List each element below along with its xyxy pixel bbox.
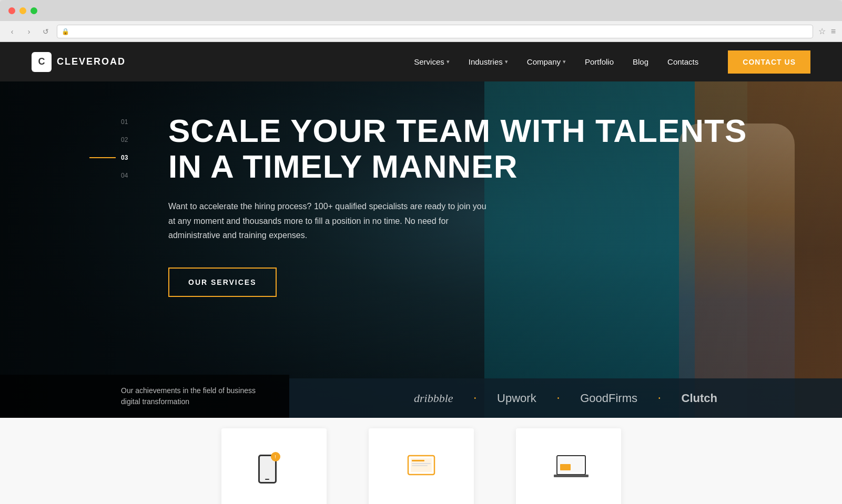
achievements-section: Our achievements in the field of busines… — [0, 375, 289, 418]
nav-links: Services ▾ Industries ▾ Company ▾ Portfo… — [414, 50, 810, 74]
nav-services[interactable]: Services ▾ — [414, 57, 450, 66]
service-icon-3 — [553, 455, 584, 486]
slide-4[interactable]: 04 — [121, 172, 147, 179]
svg-rect-4 — [412, 465, 428, 466]
logo-icon: C — [32, 52, 52, 72]
browser-menu-icon[interactable]: ≡ — [831, 27, 836, 36]
our-services-button[interactable]: OUR SERVICES — [168, 268, 277, 297]
laptop-icon — [553, 455, 590, 484]
svg-rect-3 — [412, 463, 431, 464]
hero-content: 01 02 03 04 SCALE YOUR TEAM WITH TALENTS… — [0, 81, 842, 297]
bookmark-icon[interactable]: ☆ — [818, 26, 826, 36]
slide-1[interactable]: 01 — [121, 118, 147, 126]
clutch-brand: Clutch — [661, 392, 738, 405]
hero-title: SCALE YOUR TEAM WITH TALENTS IN A TIMELY… — [168, 113, 789, 184]
notification-badge: ! — [271, 452, 280, 461]
nav-industries[interactable]: Industries ▾ — [469, 57, 508, 66]
logo-letter: C — [38, 56, 45, 67]
brands-bar: dribbble • Upwork • GoodFirms • Clutch — [289, 378, 842, 418]
back-button[interactable]: ‹ — [6, 26, 18, 37]
slide-3-active[interactable]: 03 — [121, 154, 147, 161]
svg-rect-8 — [554, 475, 589, 477]
service-card-2 — [369, 428, 474, 504]
slide-2[interactable]: 02 — [121, 136, 147, 143]
service-icon-2 — [405, 455, 437, 486]
upwork-brand: Upwork — [476, 392, 557, 405]
forward-button[interactable]: › — [23, 26, 35, 37]
achievements-label: Our achievements in the field of busines… — [121, 385, 268, 407]
contact-us-button[interactable]: CONTACT US — [728, 50, 810, 74]
refresh-button[interactable]: ↺ — [40, 26, 52, 37]
nav-contacts[interactable]: Contacts — [667, 57, 698, 66]
navbar: C CLEVEROAD Services ▾ Industries ▾ Comp… — [0, 42, 842, 81]
logo[interactable]: C CLEVEROAD — [32, 52, 126, 72]
website-content: C CLEVEROAD Services ▾ Industries ▾ Comp… — [0, 42, 842, 504]
tablet-icon — [405, 455, 437, 481]
maximize-dot[interactable] — [31, 7, 37, 14]
browser-toolbar: ‹ › ↺ 🔒 ☆ ≡ — [0, 21, 842, 42]
nav-blog[interactable]: Blog — [633, 57, 648, 66]
ssl-icon: 🔒 — [62, 28, 69, 35]
minimize-dot[interactable] — [19, 7, 26, 14]
hero-bottom-bar: Our achievements in the field of busines… — [0, 375, 842, 418]
svg-rect-7 — [560, 464, 571, 470]
mobile-device-icon: ! — [258, 455, 277, 484]
browser-window: ‹ › ↺ 🔒 ☆ ≡ C CLEVEROAD Services ▾ — [0, 0, 842, 504]
below-fold-section: ! — [0, 418, 842, 504]
nav-company[interactable]: Company ▾ — [527, 57, 566, 66]
address-bar[interactable]: 🔒 — [57, 25, 813, 38]
goodfirms-brand: GoodFirms — [559, 392, 658, 405]
browser-titlebar — [0, 0, 842, 21]
services-chevron-icon: ▾ — [447, 58, 450, 65]
nav-portfolio[interactable]: Portfolio — [585, 57, 614, 66]
svg-rect-2 — [412, 460, 424, 461]
service-card-1: ! — [221, 428, 327, 504]
slide-indicators: 01 02 03 04 — [121, 113, 147, 297]
close-dot[interactable] — [8, 7, 15, 14]
company-chevron-icon: ▾ — [563, 58, 566, 65]
industries-chevron-icon: ▾ — [505, 58, 508, 65]
hero-subtitle: Want to accelerate the hiring process? 1… — [168, 199, 494, 242]
hero-text-block: SCALE YOUR TEAM WITH TALENTS IN A TIMELY… — [168, 113, 789, 297]
dribbble-brand: dribbble — [393, 392, 474, 405]
service-icon-1: ! — [258, 455, 290, 486]
hero-section: 01 02 03 04 SCALE YOUR TEAM WITH TALENTS… — [0, 81, 842, 418]
service-card-3 — [516, 428, 621, 504]
logo-text: CLEVEROAD — [57, 56, 126, 67]
